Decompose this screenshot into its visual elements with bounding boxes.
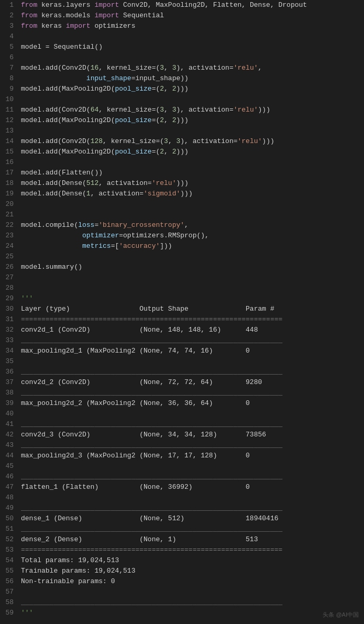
code-line: 34max_pooling2d_1 (MaxPooling2 (None, 74… [0, 346, 364, 356]
line-content: model.add(MaxPooling2D(pool_size=(2, 2))… [19, 147, 364, 157]
kw-token: from [21, 12, 37, 19]
line-number: 17 [0, 168, 19, 178]
plain-token [21, 232, 82, 239]
line-number: 2 [0, 10, 19, 21]
line-number: 7 [0, 63, 19, 73]
plain-token: Sequential [119, 12, 164, 19]
dash-line-token: ________________________________________… [21, 473, 282, 480]
num-token: 3 [172, 106, 177, 114]
line-number: 30 [0, 304, 19, 314]
line-number: 25 [0, 251, 19, 262]
kw-token: from [21, 1, 37, 9]
code-line: 31======================================… [0, 314, 364, 325]
line-number: 31 [0, 314, 19, 325]
line-content [19, 283, 364, 293]
plain-token: model.compile( [21, 221, 78, 229]
code-line: 21 [0, 210, 364, 220]
param-token: pool_size [115, 85, 151, 93]
plain-token: model.add(MaxPooling2D( [21, 85, 115, 93]
line-content: flatten_1 (Flatten) (None, 36992) 0 [19, 482, 364, 492]
code-line: 11model.add(Conv2D(64, kernel_size=(3, 3… [0, 105, 364, 115]
plain-token: Trainable params: 19,024,513 [21, 567, 135, 575]
line-content [19, 199, 364, 210]
line-number: 23 [0, 231, 19, 241]
kw-token: import [66, 22, 91, 30]
str-token: 'relu' [238, 137, 262, 145]
dash-line-token: ________________________________________… [21, 441, 282, 449]
line-number: 1 [0, 0, 19, 10]
code-line: 38______________________________________… [0, 388, 364, 398]
plain-token: , kernel_size=( [103, 137, 164, 145]
str-token: 'relu' [152, 179, 177, 187]
code-line: 44max_pooling2d_3 (MaxPooling2 (None, 17… [0, 451, 364, 461]
line-number: 35 [0, 356, 19, 367]
code-line: 6 [0, 52, 364, 63]
line-content: from keras.layers import Conv2D, MaxPool… [19, 0, 364, 10]
line-content: model.compile(loss='binary_crossentropy'… [19, 220, 364, 231]
line-content: ========================================… [19, 545, 364, 555]
plain-token: model.add(Dense( [21, 190, 86, 198]
line-number: 8 [0, 73, 19, 84]
num-token: 2 [172, 148, 177, 156]
code-line: 50dense_1 (Dense) (None, 512) 18940416 [0, 513, 364, 524]
dash-line-token: ________________________________________… [21, 368, 282, 376]
plain-token: model.add(Flatten()) [21, 169, 103, 177]
num-token: 3 [172, 64, 177, 72]
code-line: 42conv2d_3 (Conv2D) (None, 34, 34, 128) … [0, 430, 364, 440]
line-content: ________________________________________… [19, 367, 364, 377]
code-line: 3from keras import optimizers [0, 21, 364, 31]
line-content: max_pooling2d_3 (MaxPooling2 (None, 17, … [19, 451, 364, 461]
plain-token: ])) [160, 242, 172, 250]
line-content [19, 492, 364, 503]
line-number: 41 [0, 419, 19, 430]
line-number: 58 [0, 597, 19, 608]
param-token: pool_size [115, 148, 151, 156]
code-line: 14model.add(Conv2D(128, kernel_size=(3, … [0, 136, 364, 147]
line-content: optimizer=optimizers.RMSprop(), [19, 231, 364, 241]
plain-token: optimizers [91, 22, 136, 30]
plain-token: model.summary() [21, 263, 82, 271]
plain-token: keras.models [37, 12, 94, 19]
code-line: 7model.add(Conv2D(16, kernel_size=(3, 3)… [0, 63, 364, 73]
plain-token: Conv2D, MaxPooling2D, Flatten, Dense, Dr… [119, 1, 307, 9]
line-number: 50 [0, 513, 19, 524]
code-line: 26model.summary() [0, 262, 364, 272]
line-content: ________________________________________… [19, 472, 364, 482]
line-content: dense_2 (Dense) (None, 1) 513 [19, 534, 364, 545]
dash-line-token: ________________________________________… [21, 525, 282, 533]
line-number: 44 [0, 451, 19, 461]
line-number: 37 [0, 377, 19, 388]
plain-token: ))) [177, 85, 189, 93]
code-line: 16 [0, 157, 364, 168]
param-token: optimizer [82, 232, 119, 239]
line-number: 29 [0, 293, 19, 304]
param-token: loss [78, 221, 94, 229]
line-content: ________________________________________… [19, 440, 364, 451]
plain-token: Layer (type) Output Shape Param # [21, 305, 286, 313]
code-line: 19model.add(Dense(1, activation='sigmoid… [0, 189, 364, 199]
str-token: 'sigmoid' [144, 190, 180, 198]
num-token: 3 [160, 106, 164, 114]
line-number: 6 [0, 52, 19, 63]
plain-token: ))) [177, 148, 189, 156]
code-line: 59''' [0, 608, 364, 618]
line-content: metrics=['accuracy'])) [19, 241, 364, 251]
plain-token: model.add(Dense( [21, 179, 86, 187]
line-number: 43 [0, 440, 19, 451]
plain-token: , [164, 106, 172, 114]
line-content: max_pooling2d_1 (MaxPooling2 (None, 74, … [19, 346, 364, 356]
plain-token: =( [152, 116, 160, 124]
line-number: 22 [0, 220, 19, 231]
code-line: 24 metrics=['accuracy'])) [0, 241, 364, 251]
plain-token: keras [37, 22, 66, 30]
line-number: 5 [0, 42, 19, 52]
plain-token: ))) [262, 137, 274, 145]
code-line: 18model.add(Dense(512, activation='relu'… [0, 178, 364, 189]
param-token: metrics [82, 242, 111, 250]
num-token: 1 [86, 190, 91, 198]
line-number: 20 [0, 199, 19, 210]
line-number: 48 [0, 492, 19, 503]
separator-token: ========================================… [21, 315, 282, 323]
str-token: 'relu' [234, 64, 258, 72]
plain-token: , activation= [98, 179, 151, 187]
